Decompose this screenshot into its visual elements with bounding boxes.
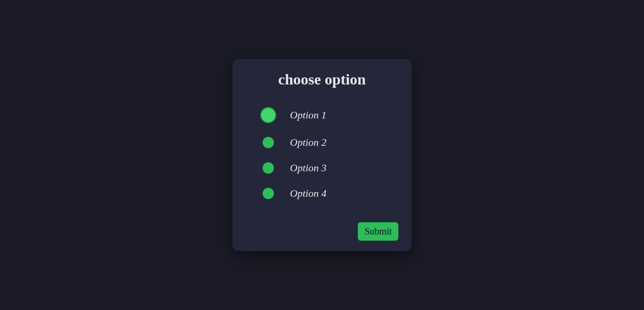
options-list: Option 1 Option 2 Option 3 Option 4 [246, 107, 398, 200]
radio-icon[interactable] [263, 188, 274, 199]
option-label: Option 1 [290, 109, 327, 121]
option-3[interactable]: Option 3 [263, 162, 398, 174]
option-label: Option 3 [290, 162, 327, 174]
option-1[interactable]: Option 1 [263, 107, 398, 123]
submit-row: Submit [246, 222, 398, 241]
option-4[interactable]: Option 4 [263, 187, 398, 200]
option-label: Option 4 [290, 187, 327, 200]
card-title: choose option [246, 71, 398, 88]
radio-icon[interactable] [260, 107, 276, 123]
radio-icon[interactable] [263, 137, 274, 148]
option-label: Option 2 [290, 136, 327, 149]
radio-icon[interactable] [263, 162, 274, 174]
option-2[interactable]: Option 2 [263, 136, 398, 149]
submit-button[interactable]: Submit [358, 222, 398, 241]
option-card: choose option Option 1 Option 2 Option 3… [232, 59, 412, 251]
